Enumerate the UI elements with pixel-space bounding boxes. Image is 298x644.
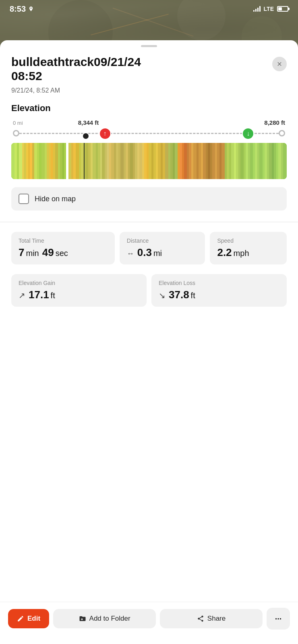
hide-on-map-row[interactable]: Hide on map — [11, 187, 287, 211]
lte-label: LTE — [264, 6, 274, 12]
svg-rect-69 — [158, 143, 161, 179]
svg-rect-41 — [93, 143, 96, 179]
stat-label-elev-loss: Elevation Loss — [159, 280, 279, 286]
svg-rect-70 — [161, 143, 163, 179]
svg-rect-112 — [259, 143, 263, 179]
svg-rect-21 — [47, 143, 49, 179]
svg-rect-79 — [182, 143, 184, 179]
drag-handle[interactable] — [141, 45, 157, 47]
svg-rect-52 — [118, 143, 120, 179]
track-start-circle — [13, 130, 19, 136]
svg-rect-72 — [165, 143, 168, 179]
hide-on-map-label: Hide on map — [35, 195, 76, 203]
svg-rect-22 — [49, 143, 51, 179]
stat-total-time: Total Time 7 min 49 sec — [11, 232, 115, 264]
svg-rect-100 — [231, 143, 234, 179]
svg-rect-86 — [199, 143, 201, 179]
stat-label-distance: Distance — [127, 237, 198, 244]
svg-rect-68 — [156, 143, 158, 179]
track-end-circle — [279, 130, 285, 136]
svg-rect-50 — [114, 143, 116, 179]
share-icon — [197, 615, 204, 622]
svg-rect-103 — [238, 143, 240, 179]
svg-rect-53 — [120, 143, 124, 179]
stat-elevation-gain: Elevation Gain ↗ 17.1 ft — [11, 274, 147, 307]
svg-rect-46 — [105, 143, 107, 179]
svg-rect-121 — [281, 143, 283, 179]
stat-label-time: Total Time — [19, 237, 108, 244]
svg-rect-105 — [244, 143, 246, 179]
svg-rect-44 — [100, 143, 102, 179]
more-options-button[interactable]: ··· — [267, 608, 290, 630]
svg-rect-65 — [149, 143, 151, 179]
svg-rect-71 — [163, 143, 165, 179]
svg-rect-107 — [248, 143, 250, 179]
track-title: bulldeathtrack09/21/24 08:52 — [11, 55, 141, 83]
share-button[interactable]: Share — [160, 609, 263, 628]
svg-rect-30 — [66, 143, 68, 179]
svg-rect-26 — [58, 143, 60, 179]
svg-rect-92 — [212, 143, 215, 179]
svg-rect-118 — [274, 143, 276, 179]
svg-rect-28 — [62, 143, 64, 179]
svg-rect-12 — [26, 143, 28, 179]
stats-grid: Total Time 7 min 49 sec Distance ↔ 0.3 m… — [11, 232, 287, 264]
svg-rect-18 — [39, 143, 41, 179]
svg-rect-31 — [68, 143, 71, 179]
svg-rect-10 — [22, 143, 24, 179]
svg-rect-67 — [153, 143, 156, 179]
add-to-folder-button[interactable]: Add to Folder — [53, 609, 156, 628]
svg-rect-120 — [278, 143, 281, 179]
svg-rect-95 — [219, 143, 221, 179]
elevation-label: Elevation — [11, 103, 287, 114]
track-dashed-line — [19, 133, 279, 134]
svg-rect-33 — [73, 143, 76, 179]
svg-rect-15 — [32, 143, 34, 179]
svg-rect-122 — [283, 143, 287, 179]
chart-labels: 0 mi 8,344 ft 8,280 ft — [11, 119, 287, 126]
svg-rect-19 — [41, 143, 45, 179]
svg-rect-27 — [60, 143, 62, 179]
svg-rect-104 — [240, 143, 244, 179]
stat-value-speed: 2.2 mph — [217, 246, 279, 259]
svg-rect-97 — [225, 143, 227, 179]
svg-rect-66 — [151, 143, 153, 179]
svg-rect-40 — [91, 143, 93, 179]
svg-rect-17 — [37, 143, 39, 179]
svg-rect-110 — [255, 143, 257, 179]
svg-rect-119 — [276, 143, 278, 179]
stat-distance: Distance ↔ 0.3 mi — [120, 232, 205, 264]
chart-label-mid: 8,344 ft — [78, 119, 99, 126]
loss-icon: ↘ — [159, 291, 166, 300]
svg-rect-25 — [55, 143, 58, 179]
svg-rect-101 — [234, 143, 236, 179]
status-bar: 8:53 LTE — [0, 0, 298, 18]
svg-rect-96 — [221, 143, 225, 179]
svg-rect-13 — [28, 143, 30, 179]
track-date: 9/21/24, 8:52 AM — [11, 87, 287, 94]
close-button[interactable] — [272, 57, 287, 71]
edit-button[interactable]: Edit — [8, 609, 49, 628]
svg-rect-89 — [206, 143, 208, 179]
svg-rect-109 — [253, 143, 255, 179]
svg-rect-102 — [236, 143, 238, 179]
svg-rect-88 — [203, 143, 206, 179]
stat-value-distance: ↔ 0.3 mi — [127, 246, 198, 259]
svg-rect-123 — [84, 143, 85, 179]
svg-rect-84 — [193, 143, 197, 179]
chart-label-left: 0 mi — [13, 120, 23, 126]
svg-rect-59 — [135, 143, 137, 179]
svg-rect-24 — [53, 143, 55, 179]
hide-on-map-checkbox[interactable] — [19, 194, 29, 204]
svg-rect-77 — [178, 143, 180, 179]
svg-rect-116 — [269, 143, 272, 179]
svg-rect-42 — [96, 143, 98, 179]
svg-rect-55 — [126, 143, 128, 179]
svg-rect-60 — [137, 143, 139, 179]
svg-rect-108 — [250, 143, 253, 179]
svg-rect-48 — [109, 143, 111, 179]
svg-rect-11 — [24, 143, 26, 179]
svg-rect-51 — [116, 143, 118, 179]
svg-rect-6 — [11, 143, 14, 179]
svg-rect-23 — [51, 143, 53, 179]
